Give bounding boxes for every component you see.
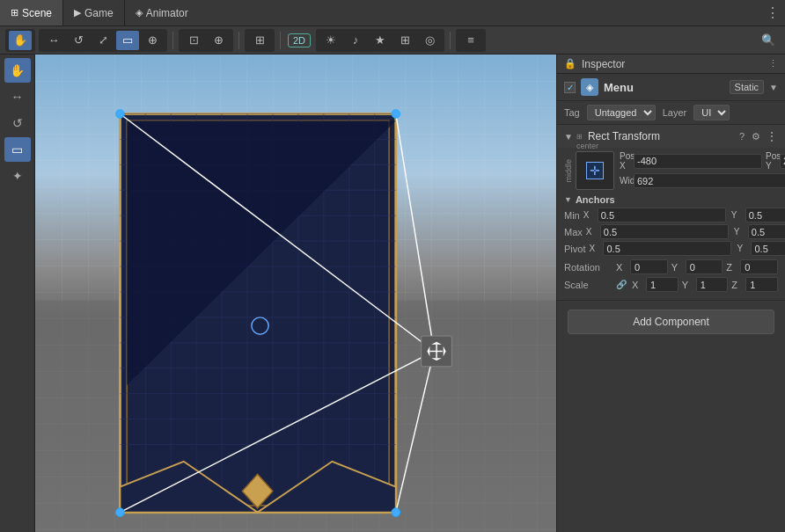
scale-x-label: X — [632, 280, 642, 290]
add-component-button[interactable]: Add Component — [568, 310, 774, 334]
anchors-min-x-label: X — [583, 210, 596, 220]
camera-speed[interactable]: ≡ — [459, 31, 482, 50]
scale-tool[interactable]: ⤢ — [92, 31, 114, 50]
gizmos-button[interactable]: ◎ — [418, 31, 441, 50]
move-2d-tool[interactable]: ↔ — [4, 84, 31, 109]
tab-scene[interactable]: ⊞ Scene — [0, 0, 62, 26]
rect-2d-tool[interactable]: ▭ — [4, 137, 31, 162]
width-input[interactable] — [634, 173, 785, 188]
inspector-more-icon[interactable]: ⋮ — [768, 58, 778, 69]
scale-y-label: Y — [682, 280, 693, 290]
move-tool[interactable]: ↔ — [42, 31, 65, 50]
scale-link-icon: 🔗 — [616, 280, 627, 289]
layer-select[interactable]: UI — [693, 105, 730, 120]
gameobject-row: ◈ Menu Static ▼ — [557, 74, 785, 101]
toolbar-separator-2 — [238, 32, 239, 49]
rotation-y-input[interactable] — [686, 259, 723, 274]
rotation-x-label: X — [616, 262, 627, 273]
2d-toggle[interactable]: 2D — [288, 33, 311, 47]
scale-x-input[interactable] — [646, 277, 679, 292]
anchors-max-x-label: X — [586, 227, 598, 237]
anchors-min-label: Min — [564, 210, 580, 221]
width-height-row: Width Height R — [620, 173, 785, 188]
rotation-y-label: Y — [671, 262, 682, 273]
scale-z-label: Z — [731, 280, 742, 290]
animator-tab-icon: ◈ — [136, 7, 143, 18]
scene-grid — [35, 55, 556, 532]
grid-button[interactable]: ⊞ — [393, 31, 416, 50]
anchors-max-y-label: Y — [734, 227, 746, 237]
rect-transform-menu-icon[interactable]: ⋮ — [766, 129, 778, 143]
audio-button[interactable]: ♪ — [344, 31, 367, 50]
width-label: Width — [620, 176, 632, 186]
effects-button[interactable]: ★ — [369, 31, 392, 50]
anchors-max-row: Max X Y — [564, 224, 778, 239]
cursor-tool[interactable]: ✋ — [4, 58, 31, 83]
view-tools-group: ⊞ — [245, 29, 275, 52]
posx-input[interactable] — [634, 154, 762, 169]
layer-label: Layer — [663, 107, 687, 118]
rotation-row: Rotation X Y Z — [564, 259, 778, 274]
rotation-z-input[interactable] — [740, 259, 778, 274]
anchors-max-xy: X Y — [586, 224, 785, 239]
scene-tab-icon: ⊞ — [11, 7, 18, 18]
anchors-title: Anchors — [576, 194, 615, 205]
gameobject-active-checkbox[interactable] — [564, 82, 576, 93]
anchor-widget-icon: ✛ — [587, 163, 603, 179]
anchors-max-x-input[interactable] — [600, 224, 729, 239]
tab-animator[interactable]: ◈ Animator — [125, 0, 199, 26]
global-button[interactable]: ⊕ — [207, 31, 230, 50]
pivot-y-label: Y — [737, 244, 749, 253]
scene-view[interactable] — [35, 55, 556, 532]
posy-input[interactable] — [780, 154, 785, 169]
camera-controls: ≡ — [456, 29, 486, 52]
posy-axis-label: Pos Y — [766, 151, 778, 171]
tab-game[interactable]: ▶ Game — [63, 0, 124, 26]
anchors-min-y-input[interactable] — [745, 208, 785, 222]
tag-select[interactable]: Untagged — [587, 105, 656, 120]
scale-z-input[interactable] — [745, 277, 778, 292]
rect-transform-settings-icon[interactable]: ⚙ — [752, 131, 760, 142]
anchors-min-row: Min X Y — [564, 208, 778, 222]
toolbar-separator-4 — [450, 32, 451, 49]
gameobject-name[interactable]: Menu — [604, 81, 724, 94]
light-button[interactable]: ☀ — [319, 31, 342, 50]
rect-transform-help-icon[interactable]: ? — [739, 131, 745, 142]
static-dropdown[interactable]: Static — [730, 80, 765, 94]
pivot-y-input[interactable] — [751, 241, 785, 256]
pivot-label: Pivot — [564, 244, 585, 254]
top-tab-bar: ⊞ Scene ▶ Game ◈ Animator ⋮ — [0, 0, 785, 26]
rect-tool[interactable]: ▭ — [116, 31, 139, 50]
width-group: Width — [620, 173, 785, 188]
rotate-2d-tool[interactable]: ↺ — [4, 111, 31, 135]
tag-label: Tag — [564, 107, 580, 118]
game-tab-icon: ▶ — [74, 7, 81, 18]
scale-y-input[interactable] — [696, 277, 729, 292]
animator-tab-label: Animator — [146, 7, 188, 19]
custom-tool[interactable]: ✦ — [4, 164, 31, 188]
posy-group: Pos Y — [766, 151, 785, 171]
anchors-max-y-input[interactable] — [748, 224, 785, 239]
gameobject-icon: ◈ — [581, 78, 598, 96]
render-tools: ☀ ♪ ★ ⊞ ◎ — [316, 29, 444, 52]
snap-button[interactable]: ⊞ — [248, 31, 271, 50]
tab-more-button[interactable]: ⋮ — [766, 4, 780, 21]
anchors-min-x-input[interactable] — [598, 208, 726, 222]
rotation-z-label: Z — [726, 262, 737, 273]
left-toolbar: ✋ ↔ ↺ ▭ ✦ — [0, 55, 35, 532]
anchor-diagram[interactable]: center ✛ — [576, 151, 614, 190]
rotate-tool[interactable]: ↺ — [67, 31, 90, 50]
tab-bar-right: ⋮ — [766, 4, 785, 21]
center-label: center — [576, 142, 598, 150]
static-arrow-icon: ▼ — [769, 83, 778, 92]
pivot-group: ⊡ ⊕ — [179, 29, 233, 52]
pivot-x-input[interactable] — [603, 241, 731, 256]
pivot-row: Pivot X Y — [564, 241, 778, 256]
search-scene-button[interactable]: 🔍 — [757, 31, 780, 50]
rotation-x-input[interactable] — [630, 259, 668, 274]
pivot-button[interactable]: ⊡ — [182, 31, 205, 50]
combined-tool[interactable]: ⊕ — [141, 31, 164, 50]
scale-row: Scale 🔗 X Y Z — [564, 277, 778, 292]
lock-icon[interactable]: 🔒 — [564, 58, 576, 69]
hand-tool[interactable]: ✋ — [9, 31, 32, 50]
